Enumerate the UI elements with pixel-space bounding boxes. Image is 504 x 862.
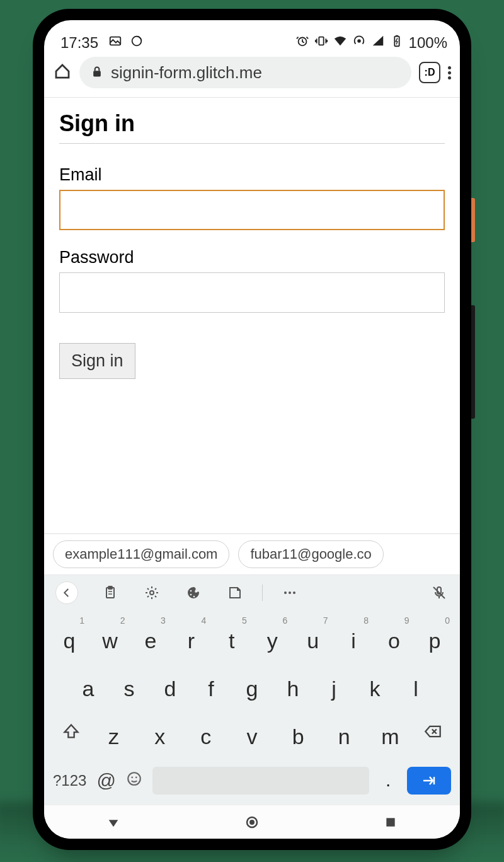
key-g[interactable]: g (234, 666, 270, 701)
key-p[interactable]: 0p (417, 618, 452, 653)
svg-point-11 (190, 590, 192, 592)
svg-point-4 (357, 39, 361, 43)
svg-point-14 (284, 591, 287, 594)
shift-key[interactable] (52, 715, 91, 748)
svg-point-12 (190, 594, 192, 596)
battery-charging-icon (390, 34, 404, 52)
palette-icon[interactable] (184, 583, 203, 602)
key-h[interactable]: h (275, 666, 311, 701)
menu-button[interactable] (448, 66, 451, 79)
clipboard-icon[interactable] (101, 583, 120, 602)
android-nav-bar (44, 805, 460, 839)
key-z[interactable]: z (96, 714, 132, 749)
suggestion-chip[interactable]: fubar11@google.co (238, 540, 383, 568)
key-j[interactable]: j (316, 666, 352, 701)
symbols-key[interactable]: ?123 (53, 772, 86, 789)
enter-key[interactable] (407, 767, 451, 795)
svg-point-20 (135, 776, 137, 778)
mic-off-icon[interactable] (430, 583, 449, 602)
nav-home-icon[interactable] (243, 813, 261, 831)
key-x[interactable]: x (142, 714, 178, 749)
svg-point-18 (128, 772, 140, 785)
browser-toolbar: signin-form.glitch.me :D (44, 50, 460, 98)
svg-point-19 (131, 776, 133, 778)
key-t[interactable]: 5t (214, 618, 249, 653)
key-f[interactable]: f (193, 666, 229, 701)
nav-recents-icon[interactable] (382, 813, 399, 831)
wifi-icon (333, 34, 347, 52)
key-e[interactable]: 3e (133, 618, 168, 653)
svg-point-10 (150, 591, 154, 595)
key-q[interactable]: 1q (52, 618, 87, 653)
status-bar: 17:35 100% (44, 20, 460, 50)
url-bar[interactable]: signin-form.glitch.me (79, 57, 411, 88)
page-title: Sign in (59, 110, 445, 144)
more-icon[interactable] (280, 583, 299, 602)
svg-rect-23 (386, 818, 394, 826)
keyboard: example111@gmail.com fubar11@google.co 1… (44, 533, 460, 805)
tabs-button[interactable]: :D (419, 62, 440, 83)
backspace-key[interactable] (413, 715, 452, 748)
svg-point-16 (293, 591, 295, 594)
password-field[interactable] (59, 272, 445, 313)
key-d[interactable]: d (152, 666, 188, 701)
sticker-icon[interactable] (226, 583, 244, 602)
status-time: 17:35 (60, 34, 98, 52)
key-r[interactable]: 4r (173, 618, 209, 653)
vibrate-icon (314, 34, 328, 52)
key-i[interactable]: 8i (336, 618, 371, 653)
home-icon[interactable] (53, 62, 72, 83)
key-m[interactable]: m (372, 714, 408, 749)
circle-slash-icon (130, 34, 144, 52)
spacebar-key[interactable] (152, 767, 369, 795)
cell-signal-icon (371, 34, 385, 52)
key-a[interactable]: a (71, 666, 106, 701)
email-field[interactable] (59, 190, 445, 230)
kbd-back-button[interactable] (55, 581, 78, 604)
battery-percent: 100% (409, 34, 447, 52)
key-s[interactable]: s (112, 666, 147, 701)
svg-rect-3 (319, 37, 323, 45)
alarm-icon (295, 34, 309, 52)
hotspot-icon (352, 34, 366, 52)
suggestion-chip[interactable]: example111@gmail.com (53, 540, 229, 568)
sign-in-button[interactable]: Sign in (59, 343, 135, 379)
period-key[interactable]: . (379, 771, 397, 791)
gear-icon[interactable] (142, 583, 161, 602)
key-u[interactable]: 7u (295, 618, 331, 653)
svg-point-22 (249, 820, 255, 825)
lock-icon (91, 63, 103, 83)
key-c[interactable]: c (188, 714, 224, 749)
image-icon (108, 34, 122, 52)
key-l[interactable]: l (398, 666, 433, 701)
nav-back-icon[interactable] (105, 813, 122, 831)
key-n[interactable]: n (326, 714, 362, 749)
page-content: Sign in Email Password Sign in (44, 98, 460, 392)
svg-point-15 (289, 591, 291, 594)
svg-point-13 (193, 596, 195, 598)
key-k[interactable]: k (357, 666, 392, 701)
key-b[interactable]: b (280, 714, 316, 749)
email-label: Email (59, 165, 445, 185)
suggestion-row: example111@gmail.com fubar11@google.co (44, 534, 460, 575)
svg-rect-7 (93, 71, 101, 76)
svg-rect-6 (396, 35, 398, 37)
key-w[interactable]: 2w (92, 618, 127, 653)
keyboard-toolbar (44, 575, 460, 610)
key-o[interactable]: 9o (377, 618, 412, 653)
key-y[interactable]: 6y (255, 618, 290, 653)
emoji-key[interactable] (126, 771, 142, 791)
url-text: signin-form.glitch.me (111, 63, 262, 83)
key-v[interactable]: v (234, 714, 270, 749)
at-key[interactable]: @ (96, 770, 115, 791)
password-label: Password (59, 248, 445, 267)
